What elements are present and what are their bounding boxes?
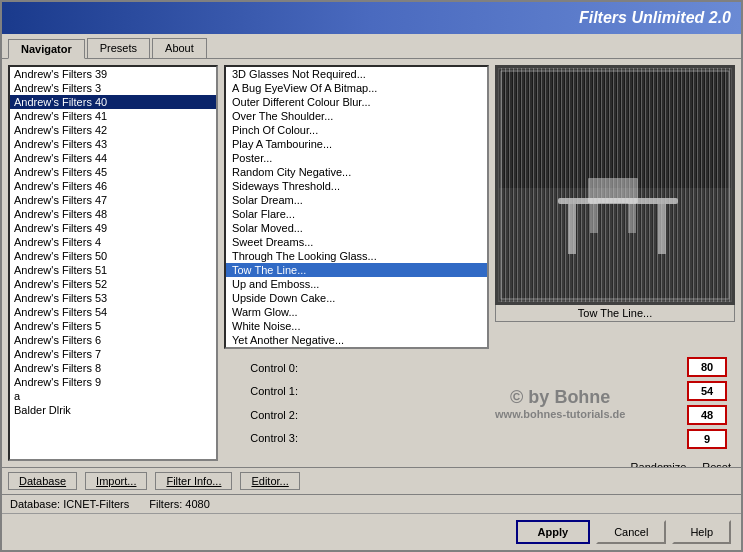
tab-about[interactable]: About [152, 38, 207, 58]
preview-area: Tow The Line... [495, 65, 735, 349]
filter-item[interactable]: 3D Glasses Not Required... [226, 67, 487, 81]
right-top: 3D Glasses Not Required...A Bug EyeView … [224, 65, 735, 349]
filter-item[interactable]: Warm Glow... [226, 305, 487, 319]
apply-button[interactable]: Apply [516, 520, 591, 544]
tab-bar: Navigator Presets About [2, 34, 741, 59]
filter-item[interactable]: Poster... [226, 151, 487, 165]
db-value: ICNET-Filters [63, 498, 129, 510]
svg-rect-63 [590, 203, 598, 233]
filter-item[interactable]: Sideways Threshold... [226, 179, 487, 193]
filter-list[interactable]: 3D Glasses Not Required...A Bug EyeView … [224, 65, 489, 349]
control-label-0: Control 0: [228, 362, 298, 374]
list-item[interactable]: Andrew's Filters 43 [10, 137, 216, 151]
list-item[interactable]: Andrew's Filters 54 [10, 305, 216, 319]
filters-value: 4080 [185, 498, 209, 510]
cancel-button[interactable]: Cancel [596, 520, 666, 544]
control-row-1: Control 1: [228, 381, 438, 403]
list-item[interactable]: a [10, 389, 216, 403]
randomize-button[interactable]: Randomize [627, 459, 691, 467]
watermark-title: © by Bohne [510, 387, 610, 408]
list-item[interactable]: Balder Dlrik [10, 403, 216, 417]
list-item[interactable]: Andrew's Filters 39 [10, 67, 216, 81]
control-label-1: Control 1: [228, 385, 298, 397]
control-value-1: 54 [687, 381, 727, 401]
list-item[interactable]: Andrew's Filters 46 [10, 179, 216, 193]
filter-item[interactable]: Random City Negative... [226, 165, 487, 179]
control-value-2: 48 [687, 405, 727, 425]
filter-item[interactable]: Pinch Of Colour... [226, 123, 487, 137]
svg-rect-62 [588, 178, 638, 203]
list-item[interactable]: Andrew's Filters 8 [10, 361, 216, 375]
help-button[interactable]: Help [672, 520, 731, 544]
preview-image [495, 65, 735, 305]
svg-rect-0 [498, 68, 732, 302]
list-item[interactable]: Andrew's Filters 47 [10, 193, 216, 207]
filter-item[interactable]: White Noise... [226, 319, 487, 333]
list-item[interactable]: Andrew's Filters 41 [10, 109, 216, 123]
editor-button[interactable]: Editor... [240, 472, 299, 490]
list-item[interactable]: Andrew's Filters 50 [10, 249, 216, 263]
list-item[interactable]: Andrew's Filters 51 [10, 263, 216, 277]
control-value-0: 80 [687, 357, 727, 377]
reset-button[interactable]: Reset [698, 459, 735, 467]
list-item[interactable]: Andrew's Filters 4 [10, 235, 216, 249]
svg-rect-66 [501, 71, 729, 299]
title-bar: Filters Unlimited 2.0 [2, 2, 741, 34]
filter-item[interactable]: Up and Emboss... [226, 277, 487, 291]
svg-rect-65 [498, 68, 732, 302]
filter-item[interactable]: Outer Different Colour Blur... [226, 95, 487, 109]
filter-item[interactable]: A Bug EyeView Of A Bitmap... [226, 81, 487, 95]
list-item[interactable]: Andrew's Filters 9 [10, 375, 216, 389]
filter-info-button[interactable]: Filter Info... [155, 472, 232, 490]
filter-item[interactable]: Sweet Dreams... [226, 235, 487, 249]
database-button[interactable]: Database [8, 472, 77, 490]
list-item[interactable]: Andrew's Filters 5 [10, 319, 216, 333]
status-bar: Database: ICNET-Filters Filters: 4080 [2, 494, 741, 513]
tab-navigator[interactable]: Navigator [8, 39, 85, 59]
filter-item[interactable]: Solar Moved... [226, 221, 487, 235]
list-item[interactable]: Andrew's Filters 7 [10, 347, 216, 361]
svg-rect-59 [558, 198, 678, 204]
tab-presets[interactable]: Presets [87, 38, 150, 58]
list-item[interactable]: Andrew's Filters 49 [10, 221, 216, 235]
filter-item[interactable]: Solar Flare... [226, 207, 487, 221]
list-item[interactable]: Andrew's Filters 42 [10, 123, 216, 137]
control-value-3: 9 [687, 429, 727, 449]
svg-rect-60 [568, 204, 576, 254]
controls-section: Control 0: Control 1: Control 2: Control… [224, 353, 735, 453]
filter-item[interactable]: Play A Tambourine... [226, 137, 487, 151]
filter-item[interactable]: Over The Shoulder... [226, 109, 487, 123]
svg-rect-61 [658, 204, 666, 254]
control-row-2: Control 2: [228, 404, 438, 426]
filter-item[interactable]: Through The Looking Glass... [226, 249, 487, 263]
control-row-0: Control 0: [228, 357, 438, 379]
control-values: 80 54 48 9 [679, 353, 735, 453]
list-item[interactable]: Andrew's Filters 3 [10, 81, 216, 95]
bottom-toolbar: Database Import... Filter Info... Editor… [2, 467, 741, 494]
db-label: Database: ICNET-Filters [10, 498, 129, 510]
control-label-3: Control 3: [228, 432, 298, 444]
list-item[interactable]: Andrew's Filters 53 [10, 291, 216, 305]
right-panel: 3D Glasses Not Required...A Bug EyeView … [224, 65, 735, 461]
category-list[interactable]: Andrew's Filters 39Andrew's Filters 3And… [8, 65, 218, 461]
control-row-3: Control 3: [228, 428, 438, 450]
filter-item[interactable]: Yet Another Negative... [226, 333, 487, 347]
action-bar: Randomize Reset [224, 457, 735, 467]
main-window: Filters Unlimited 2.0 Navigator Presets … [0, 0, 743, 552]
filter-item[interactable]: Tow The Line... [226, 263, 487, 277]
filter-item[interactable]: Upside Down Cake... [226, 291, 487, 305]
import-button[interactable]: Import... [85, 472, 147, 490]
list-item[interactable]: Andrew's Filters 6 [10, 333, 216, 347]
list-item[interactable]: Andrew's Filters 48 [10, 207, 216, 221]
left-panel: Andrew's Filters 39Andrew's Filters 3And… [8, 65, 218, 461]
bottom-buttons: Apply Cancel Help [2, 513, 741, 550]
list-item[interactable]: Andrew's Filters 45 [10, 165, 216, 179]
list-item[interactable]: Andrew's Filters 44 [10, 151, 216, 165]
list-item[interactable]: Andrew's Filters 40 [10, 95, 216, 109]
preview-canvas [498, 68, 732, 302]
filter-item[interactable]: Solar Dream... [226, 193, 487, 207]
svg-rect-1 [498, 188, 732, 302]
filters-label: Filters: 4080 [149, 498, 210, 510]
watermark: © by Bohne www.bohnes-tutorials.de [448, 353, 674, 453]
list-item[interactable]: Andrew's Filters 52 [10, 277, 216, 291]
